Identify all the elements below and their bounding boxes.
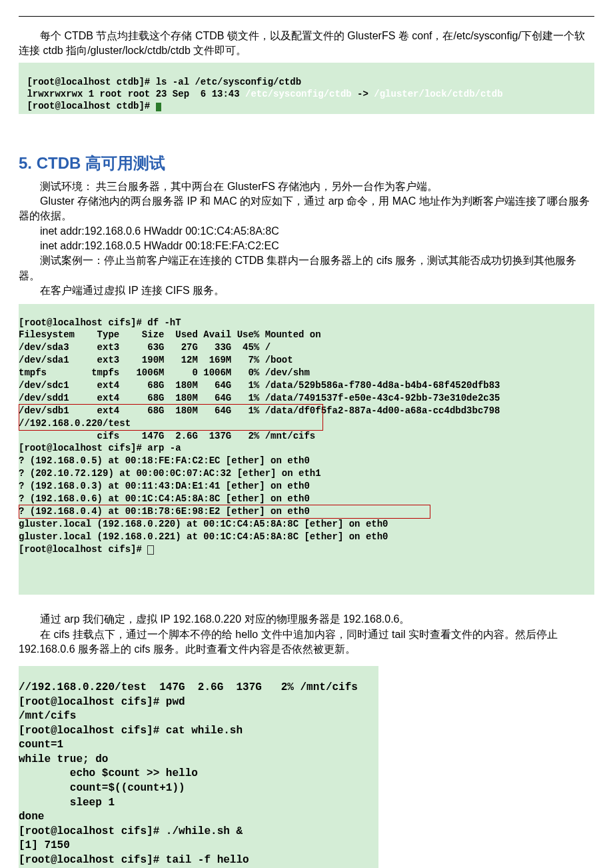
- highlight-cmd-tail: tail -f hello: [166, 854, 249, 866]
- term-line: count=$((count+1)): [19, 782, 185, 794]
- term-line: tmpfs tmpfs 1006M 0 1006M 0% /dev/shm: [19, 367, 310, 378]
- sec5-case1: 测试案例一：停止当前客户端正在连接的 CTDB 集群内一台服务器上的 cifs …: [19, 253, 594, 283]
- term-line: [root@localhost ctdb]# ls -al /etc/sysco…: [21, 77, 301, 87]
- term-line: /dev/sdc1 ext4 68G 180M 64G 1% /data/529…: [19, 380, 500, 391]
- term-line: gluster.local (192.168.0.221) at 00:1C:C…: [19, 531, 388, 542]
- sec5-inet2: inet addr:192.168.0.5 HWaddr 00:18:FE:FA…: [19, 239, 594, 253]
- intro-paragraph: 每个 CTDB 节点均挂载这个存储 CTDB 锁文件，以及配置文件的 Glust…: [19, 29, 594, 59]
- term-line: cifs 147G 2.6G 137G 2% /mnt/cifs: [19, 431, 315, 441]
- symlink-dst: /gluster/lock/ctdb/ctdb: [374, 89, 502, 99]
- term-line: Filesystem Type Size Used Avail Use% Mou…: [19, 329, 321, 340]
- term-line: /dev/sda3 ext3 63G 27G 33G 45% /: [19, 342, 271, 353]
- term-line: [root@localhost cifs]#: [19, 544, 154, 555]
- term-line: [root@localhost cifs]# cat while.sh: [19, 725, 243, 737]
- term-line: [root@localhost cifs]# arp -a: [19, 443, 181, 453]
- term-line: ? (192.168.0.6) at 00:1C:C4:A5:8A:8C [et…: [19, 493, 310, 504]
- symlink-src: /etc/sysconfig/ctdb: [245, 89, 352, 99]
- term-line: done: [19, 811, 44, 823]
- terminal-block-whilesh: //192.168.0.220/test 147G 2.6G 137G 2% /…: [19, 666, 378, 868]
- term-line: ? (192.168.0.4) at 00:1B:78:6E:98:E2 [et…: [19, 506, 310, 517]
- term-line: sleep 1: [19, 797, 115, 809]
- sec5-ipmac: Gluster 存储池内的两台服务器 IP 和 MAC 的对应如下，通过 arp…: [19, 194, 594, 224]
- term-line: [root@localhost cifs]# tail -f hello: [19, 854, 249, 866]
- term-line: //192.168.0.220/test 147G 2.6G 137G 2% /…: [19, 681, 358, 693]
- term-line: while true; do: [19, 753, 108, 765]
- term-prompt: [root@localhost ctdb]#: [21, 101, 161, 111]
- term-line: /dev/sda1 ext3 190M 12M 169M 7% /boot: [19, 355, 293, 365]
- section-heading-5: 5. CTDB 高可用测试: [19, 153, 594, 174]
- term-line: ? (192.168.0.5) at 00:18:FE:FA:C2:EC [et…: [19, 455, 310, 466]
- term-line: /dev/sdd1 ext4 68G 180M 64G 1% /data/749…: [19, 393, 500, 403]
- term-line: [1] 7150: [19, 839, 70, 851]
- term-line: /mnt/cifs: [19, 710, 76, 722]
- sec5-inet1: inet addr:192.168.0.6 HWaddr 00:1C:C4:A5…: [19, 224, 594, 239]
- terminal-block-df-arp: [root@localhost cifs]# df -hT Filesystem…: [19, 304, 594, 595]
- term-line: gluster.local (192.168.0.220) at 00:1C:C…: [19, 519, 388, 529]
- sec5-cifs: 在客户端通过虚拟 IP 连接 CIFS 服务。: [19, 283, 594, 298]
- term-line: echo $count >> hello: [19, 767, 198, 779]
- cursor-icon: [147, 545, 154, 555]
- term-line: lrwxrwxrwx 1 root root 23 Sep 6 13:43 /e…: [21, 89, 503, 99]
- sec5-env: 测试环境： 共三台服务器，其中两台在 GlusterFS 存储池内，另外一台作为…: [19, 179, 594, 194]
- term-line: [root@localhost cifs]# ./while.sh &: [19, 825, 243, 837]
- term-line: [root@localhost cifs]# df -hT: [19, 317, 181, 328]
- term-line: ? (192.168.0.3) at 00:11:43:DA:E1:41 [et…: [19, 481, 310, 491]
- term-line: //192.168.0.220/test: [19, 418, 131, 429]
- mid-p1: 通过 arp 我们确定，虚拟 IP 192.168.0.220 对应的物理服务器…: [19, 612, 594, 627]
- term-line: ? (202.10.72.129) at 00:00:0C:07:AC:32 […: [19, 468, 321, 479]
- header-rule: [19, 16, 594, 17]
- term-line: count=1: [19, 739, 63, 751]
- highlight-cmd-whilesh: ./while.sh &: [166, 825, 243, 837]
- term-line: [root@localhost cifs]# pwd: [19, 696, 185, 708]
- mid-p2: 在 cifs 挂载点下，通过一个脚本不停的给 hello 文件中追加内容，同时通…: [19, 627, 594, 657]
- terminal-block-ls: [root@localhost ctdb]# ls -al /etc/sysco…: [19, 63, 594, 114]
- term-line: /dev/sdb1 ext4 68G 180M 64G 1% /data/df0…: [19, 405, 500, 416]
- cursor-icon: [156, 103, 161, 111]
